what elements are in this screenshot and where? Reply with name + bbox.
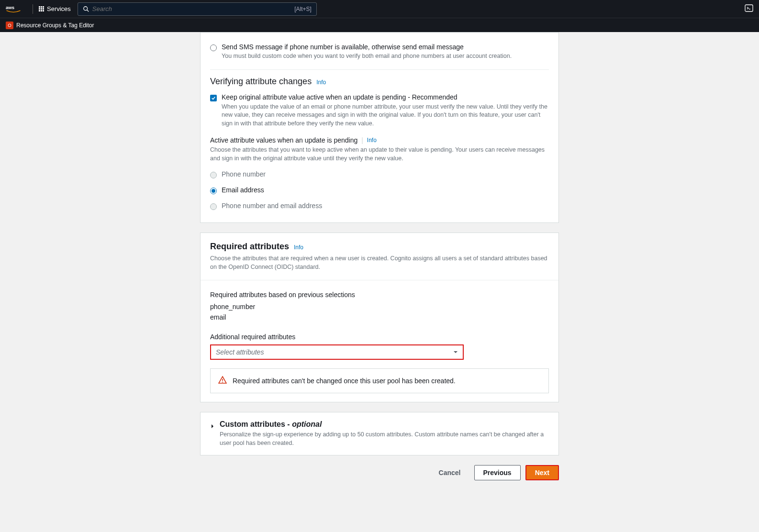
- custom-title: Custom attributes - optional: [220, 420, 549, 429]
- required-desc: Choose the attributes that are required …: [210, 255, 549, 271]
- caret-down-icon: [453, 348, 458, 356]
- svg-point-5: [8, 24, 11, 27]
- active-attr-desc: Choose the attributes that you want to k…: [210, 146, 549, 163]
- warning-icon: [218, 376, 227, 386]
- resource-groups-link[interactable]: Resource Groups & Tag Editor: [6, 22, 94, 29]
- custom-attributes-panel: Custom attributes - optional Personalize…: [200, 412, 559, 455]
- verifying-title: Verifying attribute changes: [210, 77, 312, 87]
- radio-both: [210, 203, 217, 210]
- cloudshell-icon[interactable]: [745, 4, 753, 14]
- divider: [210, 69, 549, 70]
- prev-value-phone: phone_number: [210, 301, 549, 312]
- next-button[interactable]: Next: [525, 465, 559, 480]
- active-attr-label-row: Active attribute values when an update i…: [210, 136, 549, 144]
- divider: [33, 4, 33, 14]
- search-input[interactable]: [92, 5, 294, 12]
- resource-groups-icon: [6, 22, 13, 29]
- info-link[interactable]: Info: [316, 79, 326, 86]
- active-attr-label: Active attribute values when an update i…: [210, 136, 357, 144]
- grid-icon: [39, 6, 44, 11]
- radio-phone: [210, 172, 217, 178]
- search-box[interactable]: [Alt+S]: [78, 2, 317, 16]
- warning-text: Required attributes can't be changed onc…: [233, 377, 456, 385]
- aws-logo[interactable]: aws: [6, 4, 21, 14]
- services-label: Services: [47, 5, 71, 12]
- services-button[interactable]: Services: [39, 5, 71, 12]
- info-link[interactable]: Info: [367, 137, 377, 144]
- prev-value-email: email: [210, 312, 549, 322]
- cancel-button[interactable]: Cancel: [430, 465, 469, 480]
- info-link[interactable]: Info: [294, 244, 303, 251]
- additional-label: Additional required attributes: [210, 333, 549, 341]
- required-title-row: Required attributes Info: [210, 242, 549, 252]
- radio-sms-else-email-desc: You must build custom code when you want…: [222, 52, 549, 61]
- prev-selections-label: Required attributes based on previous se…: [210, 291, 549, 299]
- svg-point-7: [222, 382, 223, 383]
- search-icon: [83, 6, 89, 12]
- verifying-title-row: Verifying attribute changes Info: [210, 77, 549, 87]
- rg-label: Resource Groups & Tag Editor: [16, 22, 94, 29]
- additional-attributes-select[interactable]: Select attributes: [210, 344, 464, 360]
- custom-attributes-toggle[interactable]: Custom attributes - optional Personalize…: [210, 420, 549, 447]
- radio-sms-else-email-label: Send SMS message if phone number is avai…: [222, 43, 549, 51]
- required-title: Required attributes: [210, 242, 289, 252]
- select-placeholder: Select attributes: [216, 348, 453, 356]
- previous-button[interactable]: Previous: [474, 465, 521, 480]
- radio-sms-else-email[interactable]: [210, 44, 217, 51]
- svg-point-1: [84, 6, 88, 10]
- svg-text:aws: aws: [6, 5, 14, 10]
- radio-email-label: Email address: [222, 186, 264, 194]
- checkbox-keep-original-desc: When you update the value of an email or…: [222, 103, 549, 128]
- svg-line-2: [87, 10, 89, 11]
- radio-both-label: Phone number and email address: [222, 202, 322, 210]
- caret-right-icon: [210, 422, 215, 431]
- search-shortcut: [Alt+S]: [294, 6, 312, 12]
- warning-box: Required attributes can't be changed onc…: [210, 368, 549, 393]
- checkbox-keep-original-label: Keep original attribute value active whe…: [222, 93, 549, 101]
- radio-email[interactable]: [210, 188, 217, 194]
- radio-phone-label: Phone number: [222, 170, 266, 178]
- custom-desc: Personalize the sign-up experience by ad…: [220, 431, 549, 447]
- checkbox-keep-original[interactable]: [210, 95, 217, 101]
